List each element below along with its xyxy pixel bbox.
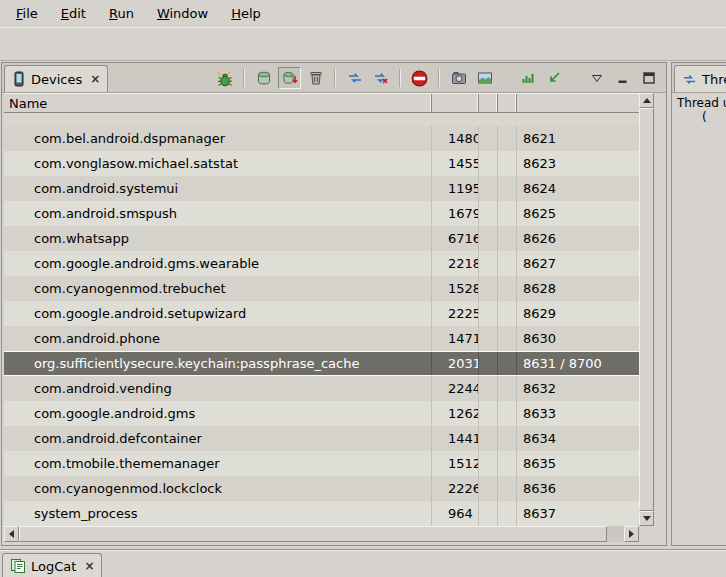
tab-threads-label: Threads xyxy=(702,72,726,87)
debug-icon[interactable] xyxy=(213,67,236,89)
process-cell-pid: 1679 xyxy=(432,201,479,226)
trace-arrow-icon[interactable] xyxy=(542,67,565,89)
maximize-icon[interactable] xyxy=(637,67,660,89)
process-cell-port: 8635 xyxy=(517,451,639,476)
scroll-right-button[interactable] xyxy=(624,526,639,542)
screen-capture-icon[interactable] xyxy=(447,67,470,89)
bottom-view-bar: LogCat × xyxy=(0,549,726,577)
column-header-name[interactable]: Name xyxy=(4,94,432,112)
process-cell-c1 xyxy=(479,451,498,476)
process-cell-pid: 14411 xyxy=(432,426,479,451)
process-cell-pid: 1195 xyxy=(432,176,479,201)
vertical-scrollbar[interactable] xyxy=(639,93,654,526)
process-row[interactable]: com.google.android.gms.wearable221858627 xyxy=(4,251,639,276)
minimize-icon[interactable] xyxy=(611,67,634,89)
menu-edit[interactable]: Edit xyxy=(51,2,99,25)
scroll-up-button[interactable] xyxy=(639,93,654,108)
process-cell-c2 xyxy=(498,352,517,375)
logcat-icon xyxy=(10,558,26,574)
view-hierarchy-icon[interactable] xyxy=(473,67,496,89)
process-cell-c2 xyxy=(498,226,517,251)
process-row[interactable]: com.android.phone14718630 xyxy=(4,326,639,351)
column-header-2[interactable] xyxy=(498,94,517,112)
process-cell-port: 8629 xyxy=(517,301,639,326)
process-cell-name: org.sufficientlysecure.keychain:passphra… xyxy=(4,352,432,375)
menu-file[interactable]: File xyxy=(6,2,51,25)
view-menu-icon[interactable] xyxy=(585,67,608,89)
process-cell-name: com.google.android.setupwizard xyxy=(4,301,432,326)
process-cell-port: 8637 xyxy=(517,501,639,526)
process-cell-c1 xyxy=(479,151,498,176)
column-header-port[interactable] xyxy=(517,94,639,112)
process-row[interactable]: com.android.systemui11958624 xyxy=(4,176,639,201)
horizontal-scrollbar[interactable] xyxy=(4,526,639,542)
process-cell-name: system_process xyxy=(4,501,432,526)
close-icon[interactable]: × xyxy=(87,72,100,86)
process-cell-c1 xyxy=(479,376,498,401)
process-cell-c2 xyxy=(498,376,517,401)
process-cell-c1 xyxy=(479,352,498,375)
scroll-down-button[interactable] xyxy=(639,511,654,526)
process-cell-name: com.google.android.gms xyxy=(4,401,432,426)
menu-run[interactable]: Run xyxy=(99,2,147,25)
process-row[interactable]: com.android.defcontainer144118634 xyxy=(4,426,639,451)
dump-hprof-icon[interactable] xyxy=(278,67,301,89)
main-toolbar xyxy=(0,27,726,61)
process-cell-c1 xyxy=(479,426,498,451)
process-row[interactable]: com.bel.android.dspmanager14808621 xyxy=(4,126,639,151)
devices-toolbar xyxy=(213,67,666,92)
tab-threads[interactable]: Threads × xyxy=(674,65,726,92)
menu-help[interactable]: Help xyxy=(221,2,274,25)
process-cell-name: com.vonglasow.michael.satstat xyxy=(4,151,432,176)
process-cell-c2 xyxy=(498,151,517,176)
process-row[interactable]: com.cyanogenmod.lockclock222658636 xyxy=(4,476,639,501)
vertical-scroll-thumb[interactable] xyxy=(639,108,654,511)
process-row[interactable]: com.cyanogenmod.trebuchet15288628 xyxy=(4,276,639,301)
process-cell-port: 8631 / 8700 xyxy=(517,352,639,375)
update-heap-icon[interactable] xyxy=(252,67,275,89)
process-row[interactable]: com.tmobile.thememanager15128635 xyxy=(4,451,639,476)
stop-process-icon[interactable] xyxy=(408,67,431,89)
process-cell-port: 8636 xyxy=(517,476,639,501)
column-header-1[interactable] xyxy=(479,94,498,112)
menubar: File Edit Run Window Help xyxy=(0,0,726,27)
arrow-left-icon xyxy=(5,530,14,538)
process-row[interactable]: com.google.android.gms126238633 xyxy=(4,401,639,426)
update-threads-icon[interactable] xyxy=(343,67,366,89)
process-row[interactable]: com.vonglasow.michael.satstat145538623 xyxy=(4,151,639,176)
process-cell-port: 8627 xyxy=(517,251,639,276)
process-cell-c1 xyxy=(479,301,498,326)
scroll-left-button[interactable] xyxy=(4,526,19,542)
process-cell-c1 xyxy=(479,476,498,501)
process-row[interactable]: com.google.android.setupwizard222508629 xyxy=(4,301,639,326)
menu-window[interactable]: Window xyxy=(147,2,221,25)
threads-message-line2: ( xyxy=(677,110,726,124)
close-icon[interactable]: × xyxy=(81,559,94,573)
process-cell-port: 8624 xyxy=(517,176,639,201)
process-cell-pid: 1528 xyxy=(432,276,479,301)
tab-logcat[interactable]: LogCat × xyxy=(2,553,102,577)
process-cell-c2 xyxy=(498,501,517,526)
process-row[interactable]: com.android.vending224408632 xyxy=(4,376,639,401)
process-cell-port: 8634 xyxy=(517,426,639,451)
process-row[interactable]: com.android.smspush16798625 xyxy=(4,201,639,226)
process-cell-port: 8626 xyxy=(517,226,639,251)
table-header: Name xyxy=(4,93,639,113)
process-row[interactable]: org.sufficientlysecure.keychain:passphra… xyxy=(4,351,639,376)
method-profiling-icon[interactable] xyxy=(369,67,392,89)
horizontal-scroll-thumb[interactable] xyxy=(19,526,607,542)
process-cell-c2 xyxy=(498,201,517,226)
tab-devices[interactable]: Devices × xyxy=(4,65,108,92)
arrow-down-icon xyxy=(643,516,651,525)
process-cell-name: com.tmobile.thememanager xyxy=(4,451,432,476)
process-cell-port: 8621 xyxy=(517,126,639,151)
process-cell-pid: 12623 xyxy=(432,401,479,426)
systrace-icon[interactable] xyxy=(516,67,539,89)
process-cell-pid: 20311 xyxy=(432,352,479,375)
column-header-pid[interactable] xyxy=(432,94,479,112)
arrow-right-icon xyxy=(629,530,638,538)
threads-view-header: Threads × xyxy=(672,63,726,93)
process-row[interactable]: system_process9648637 xyxy=(4,501,639,526)
cause-gc-icon[interactable] xyxy=(304,67,327,89)
process-row[interactable]: com.whatsapp67168626 xyxy=(4,226,639,251)
